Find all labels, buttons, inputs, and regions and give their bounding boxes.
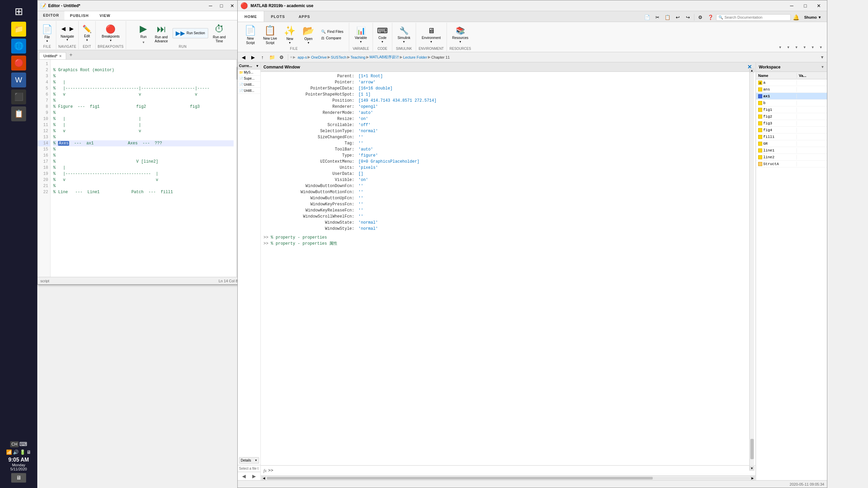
environment-btn[interactable]: 🖥 Environment ▼ bbox=[420, 25, 442, 45]
battery-icon[interactable]: 🔋 bbox=[20, 449, 25, 455]
bell-icon[interactable]: 🔔 bbox=[791, 13, 801, 22]
volume-icon[interactable]: 🔊 bbox=[13, 449, 19, 455]
details-btn[interactable]: Details ▼ bbox=[239, 457, 259, 464]
workspace-options[interactable]: ▼ bbox=[821, 65, 824, 69]
ws-row-fill1[interactable]: fill1 bbox=[756, 134, 827, 140]
tab-plots[interactable]: PLOTS bbox=[264, 11, 292, 22]
cf-nav-left[interactable]: ◀ bbox=[242, 473, 246, 479]
user-account[interactable]: Shumo ▼ bbox=[802, 13, 824, 22]
run-time-button[interactable]: ⏱ Run andTime bbox=[210, 22, 229, 45]
toolbar-icon5[interactable]: ↪ bbox=[683, 13, 693, 22]
new-btn[interactable]: ✨ New ▼ bbox=[281, 24, 298, 46]
cmd-hscroll-right[interactable]: ▶ bbox=[750, 476, 755, 480]
taskbar-app6[interactable]: 📋 bbox=[11, 106, 26, 121]
ws-row-fig2[interactable]: fig2 bbox=[756, 113, 827, 120]
tab-editor[interactable]: EDITOR bbox=[38, 11, 64, 20]
breakpoints-button[interactable]: 🔴 Breakpoints ▼ bbox=[100, 23, 121, 43]
cmd-scroll-down[interactable]: ▼ bbox=[750, 466, 754, 471]
command-input[interactable] bbox=[274, 468, 753, 473]
tab-home[interactable]: HOME bbox=[238, 11, 264, 22]
find-files-btn[interactable]: 🔍 Find Files bbox=[320, 29, 345, 35]
code-btn[interactable]: ⌨ Code ▼ bbox=[376, 25, 389, 45]
toolbar-icon3[interactable]: 📋 bbox=[663, 13, 672, 22]
ribbon-collapse-5[interactable]: ▼ bbox=[809, 44, 816, 50]
run-section-button[interactable]: ▶▶ Run Section bbox=[173, 28, 208, 38]
compare-btn[interactable]: ⚖ Compare bbox=[320, 35, 342, 41]
nav-folder[interactable]: 📁 bbox=[268, 53, 276, 61]
ws-row-fig4[interactable]: fig4 bbox=[756, 127, 827, 134]
toolbar-icon6[interactable]: ⚙ bbox=[696, 13, 705, 22]
navigate-forward[interactable]: ▶ bbox=[68, 25, 75, 33]
ws-row-line2[interactable]: line2 bbox=[756, 154, 827, 161]
variable-btn[interactable]: 📊 Variable ▼ bbox=[353, 25, 368, 45]
nav-settings[interactable]: ⚙ bbox=[277, 53, 286, 61]
resources-btn[interactable]: 📚 Resources ▼ bbox=[451, 25, 470, 45]
matlab-maximize[interactable]: □ bbox=[800, 1, 811, 10]
tab-publish[interactable]: PUBLISH bbox=[64, 11, 94, 20]
ws-row-fig3[interactable]: fig3 bbox=[756, 120, 827, 127]
path-segment-5[interactable]: MATLAB程序设计 bbox=[370, 55, 399, 60]
ws-row-a[interactable]: a a bbox=[756, 79, 827, 86]
matlab-close[interactable]: ✕ bbox=[813, 1, 824, 10]
ribbon-collapse-2[interactable]: ▼ bbox=[785, 44, 792, 50]
folder-item-mys[interactable]: 📁MyS... bbox=[238, 69, 260, 76]
nav-back[interactable]: ◀ bbox=[239, 53, 248, 61]
new-live-script-btn[interactable]: 📋 New Live Script bbox=[260, 23, 280, 46]
path-dropdown[interactable]: ▼ bbox=[819, 53, 826, 61]
ribbon-collapse-4[interactable]: ▼ bbox=[801, 44, 808, 50]
simulink-btn[interactable]: 🔧 Simulink ▼ bbox=[396, 25, 412, 45]
search-input[interactable] bbox=[725, 15, 788, 19]
display-icon[interactable]: 🖥 bbox=[26, 449, 31, 455]
ws-row-line1[interactable]: line1 bbox=[756, 147, 827, 154]
editor-maximize[interactable]: □ bbox=[216, 1, 227, 10]
folder-item-untitl1[interactable]: 📄Untitl... bbox=[238, 82, 260, 88]
path-segment-1[interactable]: app-s bbox=[298, 55, 307, 59]
folder-item-untitl2[interactable]: 📄Untitl... bbox=[238, 88, 260, 94]
run-dropdown[interactable]: ▼ bbox=[137, 40, 150, 45]
taskbar-edge[interactable]: 🌐 bbox=[11, 39, 26, 54]
ws-row-fig1[interactable]: fig1 bbox=[756, 106, 827, 113]
nav-forward[interactable]: ▶ bbox=[249, 53, 257, 61]
toolbar-icon7[interactable]: ❓ bbox=[706, 13, 715, 22]
editor-close[interactable]: ✕ bbox=[227, 1, 238, 10]
path-segment-6[interactable]: Lecture Folder bbox=[403, 55, 427, 59]
path-segment-3[interactable]: SUSTech bbox=[331, 55, 347, 59]
toolbar-icon2[interactable]: ✂ bbox=[653, 13, 662, 22]
toolbar-icon1[interactable]: 📄 bbox=[643, 13, 652, 22]
taskbar-matlab[interactable]: 🔴 bbox=[11, 56, 26, 70]
cmd-scroll-up[interactable]: ▲ bbox=[750, 68, 754, 73]
tab-apps[interactable]: APPS bbox=[292, 11, 317, 22]
file-tab-untitled[interactable]: Untitled* ✕ bbox=[39, 52, 66, 59]
network-icon[interactable]: 📶 bbox=[6, 449, 12, 455]
ws-row-ax1[interactable]: ax1 bbox=[756, 93, 827, 100]
run-button[interactable]: ▶ Run bbox=[137, 22, 150, 40]
run-advance-button[interactable]: ⏭ Run andAdvance bbox=[152, 22, 171, 45]
path-segment-4[interactable]: Teaching bbox=[351, 55, 366, 59]
toolbar-icon4[interactable]: ↩ bbox=[673, 13, 683, 22]
ribbon-collapse-3[interactable]: ▼ bbox=[793, 44, 800, 50]
new-tab-btn[interactable]: + bbox=[67, 50, 75, 59]
navigate-back[interactable]: ◀ bbox=[60, 25, 67, 33]
taskbar-app5[interactable]: ⬛ bbox=[11, 89, 26, 104]
cf-nav-right[interactable]: ▶ bbox=[252, 473, 256, 479]
input-method[interactable]: CH ⌨ bbox=[10, 441, 27, 447]
matlab-minimize[interactable]: ─ bbox=[786, 1, 797, 10]
file-button[interactable]: 📄 File ▼ bbox=[40, 23, 54, 44]
command-window-content[interactable]: Parent: [1×1 Root] Pointer: 'arrow' Poin… bbox=[261, 72, 755, 465]
new-script-btn[interactable]: 📄 New Script bbox=[242, 23, 259, 46]
tab-view[interactable]: VIEW bbox=[94, 11, 116, 20]
current-folder-expand[interactable]: ▼ bbox=[256, 64, 259, 68]
taskbar-file-explorer[interactable]: 📁 bbox=[11, 22, 26, 37]
folder-item-supe[interactable]: 📄Supe... bbox=[238, 76, 260, 82]
cmd-hscroll-left[interactable]: ◀ bbox=[261, 476, 266, 480]
navigate-button[interactable]: Navigate ▼ bbox=[59, 34, 75, 42]
taskbar-show-desktop[interactable]: 🖥 bbox=[11, 473, 26, 483]
file-tab-close[interactable]: ✕ bbox=[59, 54, 62, 58]
ws-row-b[interactable]: b bbox=[756, 100, 827, 106]
taskbar-word[interactable]: W bbox=[11, 73, 26, 87]
path-segment-2[interactable]: OneDrive bbox=[311, 55, 327, 59]
code-content[interactable]: % Graphics Root (monitor) % % | % |-----… bbox=[51, 60, 236, 277]
open-btn[interactable]: 📂 Open ▼ bbox=[300, 24, 317, 46]
ws-row-ans[interactable]: ans bbox=[756, 86, 827, 93]
edit-button[interactable]: ✏️ Edit ▼ bbox=[81, 24, 93, 42]
